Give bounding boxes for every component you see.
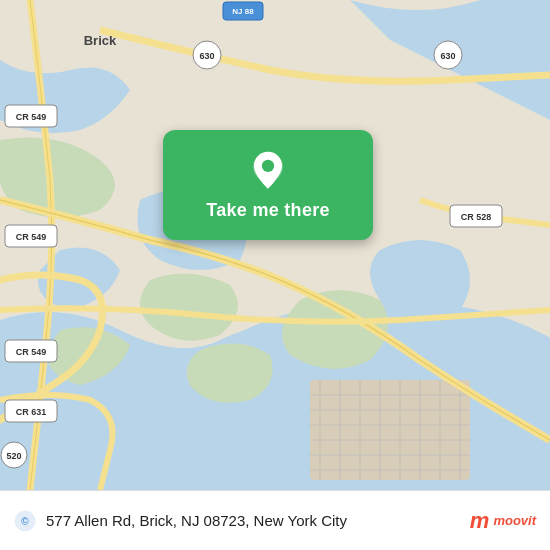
bottom-bar: © 577 Allen Rd, Brick, NJ 08723, New Yor… [0,490,550,550]
button-label: Take me there [206,200,330,221]
svg-text:630: 630 [199,51,214,61]
svg-text:CR 549: CR 549 [16,232,47,242]
address-label: 577 Allen Rd, Brick, NJ 08723, New York … [46,512,460,529]
svg-point-37 [262,159,274,171]
location-pin-icon [246,150,290,194]
svg-text:630: 630 [440,51,455,61]
svg-text:Brick: Brick [84,33,117,48]
svg-text:©: © [21,516,29,527]
moovit-brand-text: moovit [493,513,536,528]
svg-text:NJ 88: NJ 88 [232,7,254,16]
take-me-there-button[interactable]: Take me there [163,130,373,240]
svg-text:CR 549: CR 549 [16,112,47,122]
svg-text:CR 549: CR 549 [16,347,47,357]
svg-text:CR 631: CR 631 [16,407,47,417]
moovit-logo: m moovit [470,508,536,534]
svg-text:CR 528: CR 528 [461,212,492,222]
openstreetmap-icon: © [14,510,36,532]
map-area: CR 549 CR 549 CR 549 CR 528 CR 631 630 6… [0,0,550,490]
moovit-m-icon: m [470,508,490,534]
svg-text:520: 520 [6,451,21,461]
